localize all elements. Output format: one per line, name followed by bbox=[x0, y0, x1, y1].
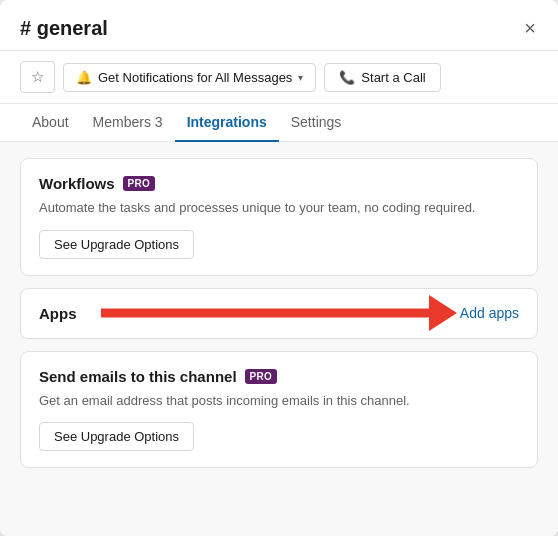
star-button[interactable]: ☆ bbox=[20, 61, 55, 93]
star-icon: ☆ bbox=[31, 68, 44, 86]
workflows-description: Automate the tasks and processes unique … bbox=[39, 198, 519, 218]
modal-header: # general × bbox=[0, 0, 558, 51]
apps-card: Apps Add apps bbox=[20, 288, 538, 339]
tab-integrations[interactable]: Integrations bbox=[175, 104, 279, 142]
red-arrow bbox=[101, 295, 457, 331]
tab-members[interactable]: Members 3 bbox=[81, 104, 175, 142]
phone-icon: 📞 bbox=[339, 70, 355, 85]
email-description: Get an email address that posts incoming… bbox=[39, 391, 519, 411]
email-title: Send emails to this channel bbox=[39, 368, 237, 385]
modal: # general × ☆ 🔔 Get Notifications for Al… bbox=[0, 0, 558, 536]
workflows-card: Workflows PRO Automate the tasks and pro… bbox=[20, 158, 538, 276]
start-call-button[interactable]: 📞 Start a Call bbox=[324, 63, 440, 92]
workflows-upgrade-button[interactable]: See Upgrade Options bbox=[39, 230, 194, 259]
modal-title: # general bbox=[20, 17, 108, 40]
email-card: Send emails to this channel PRO Get an e… bbox=[20, 351, 538, 469]
bell-icon: 🔔 bbox=[76, 70, 92, 85]
chevron-down-icon: ▾ bbox=[298, 72, 303, 83]
notifications-label: Get Notifications for All Messages bbox=[98, 70, 292, 85]
email-upgrade-button[interactable]: See Upgrade Options bbox=[39, 422, 194, 451]
notifications-button[interactable]: 🔔 Get Notifications for All Messages ▾ bbox=[63, 63, 316, 92]
start-call-label: Start a Call bbox=[361, 70, 425, 85]
content-area: Workflows PRO Automate the tasks and pro… bbox=[0, 142, 558, 536]
email-card-header: Send emails to this channel PRO bbox=[39, 368, 519, 385]
apps-title: Apps bbox=[39, 305, 77, 322]
add-apps-link[interactable]: Add apps bbox=[460, 305, 519, 321]
tab-settings[interactable]: Settings bbox=[279, 104, 354, 142]
workflows-title: Workflows bbox=[39, 175, 115, 192]
arrow-head bbox=[429, 295, 457, 331]
workflows-card-header: Workflows PRO bbox=[39, 175, 519, 192]
close-button[interactable]: × bbox=[522, 16, 538, 40]
arrow-line bbox=[101, 304, 429, 322]
email-pro-badge: PRO bbox=[245, 369, 278, 384]
workflows-pro-badge: PRO bbox=[123, 176, 156, 191]
arrow-container bbox=[101, 295, 457, 331]
tabs-bar: About Members 3 Integrations Settings bbox=[0, 104, 558, 142]
toolbar: ☆ 🔔 Get Notifications for All Messages ▾… bbox=[0, 51, 558, 104]
tab-about[interactable]: About bbox=[20, 104, 81, 142]
